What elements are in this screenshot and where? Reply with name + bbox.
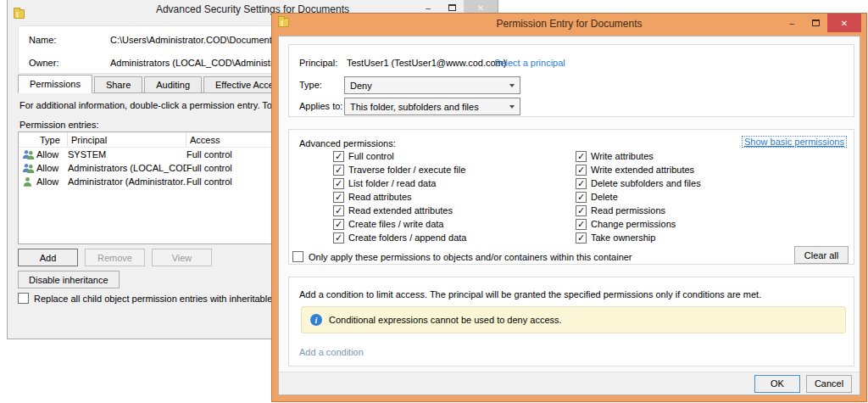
show-basic-permissions-link[interactable]: Show basic permissions: [742, 136, 847, 148]
permissions-column-left: ✓ Full control ✓ Traverse folder / execu…: [333, 149, 466, 244]
permission-item-change-permissions[interactable]: ✓ Change permissions: [576, 217, 701, 231]
permission-item-read-permissions[interactable]: ✓ Read permissions: [576, 204, 701, 217]
deny-warning-banner: i Conditional expressions cannot be used…: [301, 306, 846, 333]
add-condition-link[interactable]: Add a condition: [299, 347, 364, 357]
type-value: Deny: [350, 81, 372, 91]
view-button[interactable]: View: [152, 249, 212, 266]
permission-label: Read permissions: [591, 205, 665, 215]
permission-label: Delete: [591, 192, 618, 202]
type-label: Type:: [299, 80, 322, 90]
checkbox-checked-icon[interactable]: ✓: [576, 232, 587, 243]
advanced-permissions-label: Advanced permissions:: [299, 138, 396, 148]
permission-item-delete[interactable]: ✓ Delete: [576, 190, 701, 204]
caption-buttons: – ✕: [780, 14, 861, 32]
tab-auditing[interactable]: Auditing: [144, 76, 202, 92]
name-value: C:\Users\Administrator.COD\Documents: [110, 35, 276, 45]
type-row: Type: Deny: [289, 76, 854, 96]
checkbox-unchecked-icon[interactable]: [18, 293, 29, 304]
checkbox-checked-icon[interactable]: ✓: [576, 165, 587, 176]
header-principal[interactable]: Principal: [68, 132, 186, 147]
chevron-down-icon: [509, 105, 515, 109]
chevron-down-icon: [509, 84, 515, 87]
checkbox-checked-icon[interactable]: ✓: [333, 205, 344, 216]
header-type[interactable]: Type: [19, 132, 68, 147]
owner-label: Owner:: [29, 58, 58, 68]
group-icon: [19, 149, 36, 160]
permission-label: Write attributes: [591, 151, 654, 161]
applies-to-row: Applies to: This folder, subfolders and …: [289, 97, 854, 117]
checkbox-checked-icon[interactable]: ✓: [576, 205, 587, 216]
permission-label: Change permissions: [591, 219, 676, 229]
dialog-content: Principal: TestUser1 (TestUser1@www.cod.…: [278, 36, 860, 395]
principal-value: TestUser1 (TestUser1@www.cod.com): [347, 58, 506, 68]
permission-label: Traverse folder / execute file: [348, 165, 465, 175]
entry-type: Allow: [36, 163, 68, 173]
applies-to-label: Applies to:: [299, 101, 342, 111]
permission-item-write-extended-attributes[interactable]: ✓ Write extended attributes: [576, 163, 701, 176]
applies-to-value: This folder, subfolders and files: [350, 102, 479, 112]
permission-label: Read attributes: [348, 192, 412, 202]
principal-label: Principal:: [299, 58, 337, 68]
permission-item-full-control[interactable]: ✓ Full control: [333, 149, 466, 163]
entry-principal: Administrator (Administrator...: [68, 176, 186, 187]
info-icon: i: [310, 314, 322, 326]
tab-permissions[interactable]: Permissions: [18, 75, 92, 93]
maximize-icon: [448, 4, 456, 11]
checkbox-checked-icon[interactable]: ✓: [333, 151, 344, 162]
permission-label: List folder / read data: [348, 178, 436, 188]
close-button[interactable]: ✕: [827, 14, 861, 32]
advanced-permissions-panel: Advanced permissions: Show basic permiss…: [288, 129, 854, 265]
permission-label: Take ownership: [591, 232, 655, 243]
principal-type-panel: Principal: TestUser1 (TestUser1@www.cod.…: [288, 44, 854, 117]
permission-item-read-attributes[interactable]: ✓ Read attributes: [333, 190, 466, 204]
tab-share[interactable]: Share: [94, 76, 142, 92]
checkbox-checked-icon[interactable]: ✓: [333, 232, 344, 243]
dialog-title: Permission Entry for Documents: [272, 18, 866, 30]
disable-inheritance-button[interactable]: Disable inheritance: [18, 271, 120, 288]
checkbox-unchecked-icon[interactable]: [292, 251, 303, 262]
applies-to-dropdown[interactable]: This folder, subfolders and files: [344, 98, 520, 115]
add-button[interactable]: Add: [18, 249, 78, 266]
checkbox-checked-icon[interactable]: ✓: [333, 219, 344, 230]
principal-row: Principal: TestUser1 (TestUser1@www.cod.…: [289, 53, 854, 74]
only-apply-label: Only apply these permissions to objects …: [309, 252, 632, 262]
select-principal-link[interactable]: Select a principal: [494, 58, 565, 68]
condition-intro-text: Add a condition to limit access. The pri…: [299, 289, 842, 299]
maximize-button[interactable]: [804, 14, 827, 32]
dialog-button-bar: OK Cancel: [279, 372, 860, 395]
checkbox-checked-icon[interactable]: ✓: [576, 151, 587, 162]
desktop: Advanced Security Settings for Documents…: [0, 0, 868, 403]
permission-item-list-folder[interactable]: ✓ List folder / read data: [333, 176, 466, 190]
checkbox-checked-icon[interactable]: ✓: [333, 165, 344, 176]
maximize-icon: [812, 20, 820, 26]
minimize-button[interactable]: –: [780, 14, 804, 32]
permission-item-read-extended-attributes[interactable]: ✓ Read extended attributes: [333, 204, 466, 217]
permission-item-create-files[interactable]: ✓ Create files / write data: [333, 217, 466, 231]
checkbox-checked-icon[interactable]: ✓: [576, 192, 587, 203]
permission-label: Create files / write data: [348, 219, 444, 229]
clear-all-button[interactable]: Clear all: [794, 246, 849, 264]
permission-label: Write extended attributes: [591, 165, 694, 175]
permission-label: Full control: [348, 151, 394, 161]
permission-entry-titlebar[interactable]: Permission Entry for Documents – ✕: [272, 14, 866, 36]
checkbox-checked-icon[interactable]: ✓: [576, 219, 587, 230]
ok-button[interactable]: OK: [754, 375, 800, 393]
permission-label: Read extended attributes: [348, 205, 453, 215]
permission-entries-label: Permission entries:: [19, 120, 99, 130]
checkbox-checked-icon[interactable]: ✓: [333, 192, 344, 203]
permission-item-write-attributes[interactable]: ✓ Write attributes: [576, 149, 701, 163]
permission-item-delete-subfolders[interactable]: ✓ Delete subfolders and files: [576, 176, 701, 190]
permission-item-take-ownership[interactable]: ✓ Take ownership: [576, 231, 701, 244]
remove-button[interactable]: Remove: [85, 249, 145, 266]
checkbox-checked-icon[interactable]: ✓: [333, 178, 344, 189]
only-apply-checkbox-row[interactable]: Only apply these permissions to objects …: [292, 251, 632, 262]
permission-item-traverse-folder[interactable]: ✓ Traverse folder / execute file: [333, 163, 466, 176]
checkbox-checked-icon[interactable]: ✓: [576, 178, 587, 189]
user-icon: [19, 176, 36, 188]
entry-type: Allow: [36, 149, 68, 160]
entry-principal: SYSTEM: [68, 149, 186, 160]
permission-label: Create folders / append data: [348, 232, 466, 243]
permission-item-create-folders[interactable]: ✓ Create folders / append data: [333, 231, 466, 244]
cancel-button[interactable]: Cancel: [806, 375, 852, 393]
type-dropdown[interactable]: Deny: [344, 76, 520, 94]
